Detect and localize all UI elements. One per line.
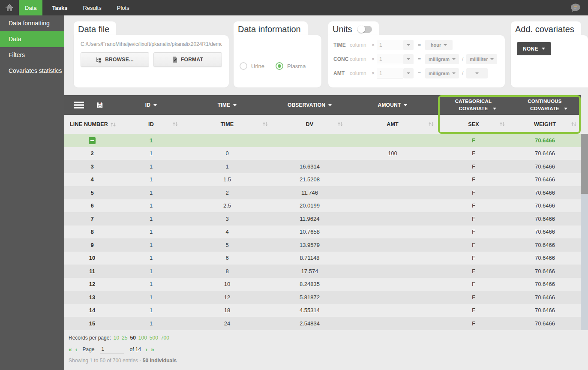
table-row[interactable]: 71311.9624F70.6466 xyxy=(64,212,581,226)
sort-icon[interactable] xyxy=(110,122,116,127)
weight-cell: 70.6466 xyxy=(509,163,581,170)
table-row[interactable]: 10168.71148F70.6466 xyxy=(64,252,581,265)
times-symbol: × xyxy=(372,56,375,62)
scrollbar-thumb[interactable] xyxy=(581,134,588,194)
time-column-dropdown[interactable] xyxy=(403,40,414,50)
sidebar-item-filters[interactable]: Filters xyxy=(0,47,64,63)
column-header-time[interactable]: TIME xyxy=(182,115,272,134)
conc-factor-input[interactable] xyxy=(377,54,403,64)
column-header-weight[interactable]: WEIGHT xyxy=(509,115,581,134)
records-per-page-option[interactable]: 25 xyxy=(122,335,127,341)
id-cell: 1 xyxy=(120,137,182,144)
conc-denominator-dropdown[interactable]: milliliter xyxy=(466,54,497,64)
sort-icon[interactable] xyxy=(428,122,434,126)
table-row[interactable]: 51211.746F70.6466 xyxy=(64,186,581,199)
sort-icon[interactable] xyxy=(262,122,268,126)
conc-column-dropdown[interactable] xyxy=(403,54,414,64)
records-per-page-option[interactable]: 50 xyxy=(130,335,135,341)
units-title: Units xyxy=(333,24,352,34)
categorical-covariate-dropdown[interactable]: CATEGORICAL COVARIATE xyxy=(438,98,509,112)
plasma-radio-option[interactable]: Plasma xyxy=(276,45,306,87)
tab-data[interactable]: Data xyxy=(19,0,42,15)
page-number-input[interactable] xyxy=(100,345,124,354)
table-row[interactable]: 81410.7658F70.6466 xyxy=(64,226,581,239)
id-column-dropdown[interactable]: ID xyxy=(120,102,182,108)
observation-column-dropdown[interactable]: OBSERVATION xyxy=(272,102,347,108)
conc-numerator-dropdown[interactable]: milligram xyxy=(425,54,459,64)
units-toggle[interactable] xyxy=(357,26,372,33)
prev-page-button[interactable]: ‹ xyxy=(75,346,78,353)
units-panel: Units TIME column × = hour CONC xyxy=(328,21,505,95)
unit-label: milliliter xyxy=(470,57,488,62)
tab-tasks[interactable]: Tasks xyxy=(46,0,73,15)
table-row[interactable]: 612.520.0199F70.6466 xyxy=(64,199,581,213)
feedback-button[interactable] xyxy=(570,0,588,15)
home-button[interactable] xyxy=(0,0,19,15)
sort-icon[interactable] xyxy=(499,122,505,126)
table-row[interactable]: 411.521.5208F70.6466 xyxy=(64,173,581,187)
continuous-covariate-dropdown[interactable]: CONTINUOUS COVARIATE xyxy=(509,98,581,112)
menu-button[interactable] xyxy=(74,102,84,108)
table-row[interactable]: 131125.81872F70.6466 xyxy=(64,291,581,304)
table-row[interactable]: 111817.574F70.6466 xyxy=(64,265,581,278)
table-row[interactable]: 141184.55314F70.6466 xyxy=(64,304,581,317)
id-cell: 1 xyxy=(120,320,182,327)
line-number-cell: 10 xyxy=(64,255,120,261)
amt-numerator-dropdown[interactable]: milligram xyxy=(425,68,459,78)
id-cell: 1 xyxy=(120,216,182,222)
amt-factor-input[interactable] xyxy=(377,68,403,78)
table-row[interactable]: 210100F70.6466 xyxy=(64,147,581,160)
browse-label: BROWSE... xyxy=(105,57,134,63)
column-header-id[interactable]: ID xyxy=(120,115,182,134)
urine-radio-option[interactable]: Urine xyxy=(240,45,264,87)
sort-icon[interactable] xyxy=(337,122,343,126)
column-header-sex[interactable]: SEX xyxy=(438,115,509,134)
next-page-button[interactable]: › xyxy=(145,346,147,353)
table-row[interactable]: 121108.24835F70.6466 xyxy=(64,278,581,291)
table-row[interactable]: 91513.9579F70.6466 xyxy=(64,238,581,252)
table-row[interactable]: 31116.6314F70.6466 xyxy=(64,160,581,173)
table-row[interactable]: 151242.54834F70.6466 xyxy=(64,317,581,330)
collapse-row-button[interactable] xyxy=(89,137,96,144)
time-column-type-dropdown[interactable]: TIME xyxy=(182,102,272,108)
save-button[interactable] xyxy=(97,102,103,108)
amount-column-dropdown[interactable]: AMOUNT xyxy=(347,102,438,108)
id-cell: 1 xyxy=(120,229,182,235)
sidebar-item-data-formatting[interactable]: Data formatting xyxy=(0,15,64,31)
tab-plots[interactable]: Plots xyxy=(111,0,135,15)
time-unit-dropdown[interactable]: hour xyxy=(425,40,453,50)
browse-button[interactable]: BROWSE... xyxy=(81,52,149,67)
add-covariates-title: Add. covariates xyxy=(515,24,574,34)
column-header-dv[interactable]: DV xyxy=(272,115,347,134)
first-page-button[interactable]: « xyxy=(69,346,72,353)
amt-denominator-dropdown[interactable] xyxy=(466,68,488,78)
last-page-button[interactable]: » xyxy=(151,346,154,353)
sort-icon[interactable] xyxy=(571,122,577,126)
page-count-label: of 14 xyxy=(130,346,141,352)
sidebar-item-data[interactable]: Data xyxy=(0,31,64,47)
format-button[interactable]: FORMAT xyxy=(153,52,222,67)
sort-icon[interactable] xyxy=(172,122,178,126)
records-per-page-option[interactable]: 10 xyxy=(114,335,119,341)
column-header-line-number[interactable]: LINE NUMBER xyxy=(64,115,120,134)
unit-label: milligram xyxy=(429,57,450,62)
line-number-cell: 3 xyxy=(64,163,120,170)
sex-cell: F xyxy=(438,150,509,156)
table-row[interactable]: 1F70.6466 xyxy=(64,134,581,147)
weight-cell: 70.6466 xyxy=(509,150,581,156)
records-per-page-option[interactable]: 700 xyxy=(161,335,169,341)
records-per-page-option[interactable]: 100 xyxy=(138,335,147,341)
tab-results[interactable]: Results xyxy=(77,0,107,15)
add-covariates-none-dropdown[interactable]: NONE xyxy=(517,42,551,55)
sidebar-item-covariates-statistics[interactable]: Covariates statistics xyxy=(0,63,64,79)
amt-column-dropdown[interactable] xyxy=(403,68,414,78)
time-factor-input[interactable] xyxy=(377,40,403,50)
dropdown-label: CATEGORICAL COVARIATE xyxy=(451,98,496,112)
sex-cell: F xyxy=(438,255,509,261)
column-header-amt[interactable]: AMT xyxy=(347,115,438,134)
table-scrollbar[interactable] xyxy=(581,134,588,330)
table-footer: Records per page: 102550100500700 « ‹ Pa… xyxy=(64,330,588,364)
line-number-cell: 9 xyxy=(64,242,120,248)
add-covariates-panel: Add. covariates NONE xyxy=(511,21,588,95)
records-per-page-option[interactable]: 500 xyxy=(150,335,158,341)
